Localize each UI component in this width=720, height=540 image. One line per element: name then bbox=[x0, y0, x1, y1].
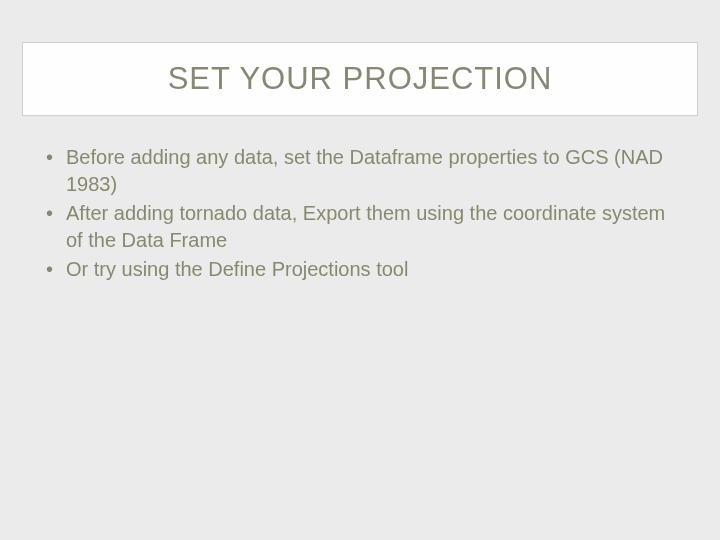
bullet-list: Before adding any data, set the Datafram… bbox=[40, 144, 680, 283]
list-item: Or try using the Define Projections tool bbox=[40, 256, 680, 283]
list-item: Before adding any data, set the Datafram… bbox=[40, 144, 680, 198]
list-item: After adding tornado data, Export them u… bbox=[40, 200, 680, 254]
title-container: SET YOUR PROJECTION bbox=[22, 42, 698, 116]
content-area: Before adding any data, set the Datafram… bbox=[40, 144, 680, 283]
page-title: SET YOUR PROJECTION bbox=[43, 61, 677, 97]
